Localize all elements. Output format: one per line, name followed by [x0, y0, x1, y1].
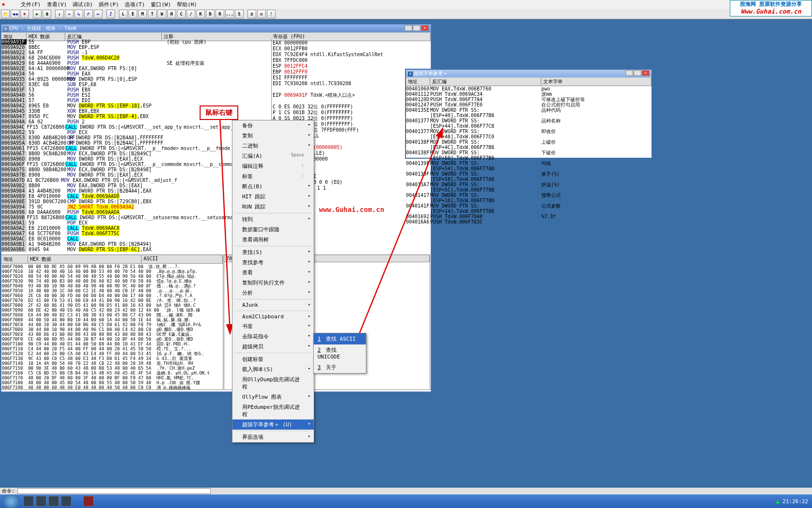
- taskbar-app-icon[interactable]: [48, 496, 59, 507]
- disasm-row[interactable]: 0069A95A830D ACB4B200 FFOR DWORD PTR DS:…: [1, 140, 271, 146]
- ref-minimize-icon[interactable]: ‒: [625, 70, 633, 76]
- disasm-row[interactable]: 0069A9A2E8 21010000CALL TdxW.0069AAC8: [1, 225, 271, 231]
- disasm-row[interactable]: 0069A93C83EC 68SUB ESP,68: [1, 82, 271, 87]
- ctx-分析[interactable]: 分析: [232, 288, 314, 298]
- disasm-row[interactable]: 0069A94056PUSH ESI: [1, 92, 271, 98]
- ref-row[interactable]: 00401377MOV DWORD PTR SS:[ESP+44],TdxW.0…: [406, 118, 652, 129]
- ctx-Asm2Clipboard[interactable]: Asm2Clipboard: [232, 312, 314, 321]
- ctx-查看调用树[interactable]: 查看调用树: [232, 235, 314, 245]
- command-input[interactable]: [17, 488, 211, 494]
- disasm-row[interactable]: 0069A9678B0D 9CB4B200MOV ECX,DWORD PTR D…: [1, 151, 271, 156]
- ctx-HIT 跟踪[interactable]: HIT 跟踪: [232, 192, 314, 202]
- ctx-标签[interactable]: 标签:: [232, 171, 314, 181]
- ref-row[interactable]: 004013A7MOV DWORD PTR SS:[ESP+5C],TdxW.0…: [406, 182, 652, 193]
- disasm-row[interactable]: 0069A9828B00MOV EAX,DWORD PTR DS:[EAX]: [1, 183, 271, 188]
- disasm-row[interactable]: 0069A961FF15 C4726B00CALL DWORD PTR DS:[…: [1, 146, 271, 151]
- disasm-row[interactable]: 0069A9B68945 94MOV DWORD PTR SS:[EBP-6C]…: [1, 247, 271, 252]
- ctx-转到[interactable]: 转到: [232, 214, 314, 224]
- sub-查找 UNICODE[interactable]: 2 查找 UNICODE: [314, 344, 366, 362]
- ctx-断点(B)[interactable]: 断点(B): [232, 181, 314, 192]
- tb-open-icon[interactable]: 📁: [1, 10, 10, 18]
- tb-win-c[interactable]: C: [177, 10, 186, 18]
- ctx-查看[interactable]: 查看: [232, 268, 314, 278]
- ref-row[interactable]: 0040135EMOV DWORD PTR SS:[ESP+40],TdxW.0…: [406, 107, 652, 118]
- ref-row[interactable]: 004016A6PUSH TdxW.006F783C: [406, 219, 652, 224]
- disasm-row[interactable]: 0069A9B1A1 94B4B200MOV EAX,DWORD PTR DS:…: [1, 241, 271, 247]
- disasm-row[interactable]: 0069A989E8 4F010000CALL TdxW.0069AADD: [1, 194, 271, 199]
- menu-close-icon[interactable]: ✖: [2, 1, 5, 8]
- tb-win-h[interactable]: H: [167, 10, 176, 18]
- sub-menu[interactable]: 1 查找 ASCII2 查找 UNICODE3 关于: [313, 333, 366, 374]
- menu-plugin[interactable]: 插件(P): [99, 1, 119, 8]
- tb-play-icon[interactable]: ▶: [33, 10, 42, 18]
- tb-win-m[interactable]: M: [138, 10, 147, 18]
- disasm-row[interactable]: 0069A95259POP ECX: [1, 130, 271, 135]
- tb-help-icon[interactable]: ?: [267, 10, 276, 18]
- ref-row[interactable]: 0040141FMOV DWORD PTR SS:[ESP+14],TdxW.0…: [406, 203, 652, 214]
- ctx-去除花指令[interactable]: 去除花指令: [232, 331, 314, 342]
- disasm-row[interactable]: 0069A9A159POP ECX: [1, 220, 271, 225]
- ctx-界面选项[interactable]: 界面选项: [232, 432, 314, 442]
- ctx-查找(S)[interactable]: 查找(S): [232, 247, 314, 257]
- sub-关于[interactable]: 3 关于: [314, 362, 366, 373]
- ctx-载入脚本(S)[interactable]: 载入脚本(S): [232, 364, 314, 374]
- ref-row[interactable]: 00401112PUSH TdxW.0069AC34滚mm: [406, 91, 652, 97]
- tb-win-r[interactable]: R: [216, 10, 224, 18]
- disasm-row[interactable]: 0069A98E391D B09C7200CMP DWORD PTR DS:[7…: [1, 199, 271, 204]
- ctx-书签[interactable]: 书签: [232, 321, 314, 331]
- disasm-row[interactable]: 0069A92968 A4AA6900PUSH SE 处理程序安装: [1, 60, 271, 66]
- menu-window[interactable]: 窗口(W): [151, 1, 171, 8]
- disasm-row[interactable]: 0069A94CFF15 C8726B00CALL DWORD PTR DS:[…: [1, 124, 271, 130]
- disasm-row[interactable]: 0069A94157PUSH EDI: [1, 98, 271, 103]
- disasm-row[interactable]: 0069A91F55PUSH EBP(初始 cpu 选择): [1, 39, 271, 45]
- ref-maximize-icon[interactable]: □: [634, 70, 641, 76]
- tb-win-e[interactable]: E: [129, 10, 137, 18]
- close-icon[interactable]: ✕: [421, 25, 429, 31]
- tb-rewind-icon[interactable]: ◀◀: [11, 10, 19, 18]
- disasm-row[interactable]: 0069A96FFF15 C0726B00CALL DWORD PTR DS:[…: [1, 162, 271, 167]
- tb-win-l[interactable]: L: [119, 10, 128, 18]
- taskbar-ie-icon[interactable]: [23, 496, 34, 507]
- ctx-编辑注释[interactable]: 编辑注释;: [232, 161, 314, 171]
- tb-list-icon[interactable]: ≡: [247, 10, 256, 18]
- ctx-汇编(A)[interactable]: 汇编(A)Space: [232, 151, 314, 161]
- ref-row[interactable]: 00401060MOV EAX,TdxW.006B7760pwo: [406, 86, 652, 91]
- ref-row[interactable]: 0040139FMOV DWORD PTR SS:[ESP+58],TdxW.0…: [406, 171, 652, 182]
- menu-help[interactable]: 帮助(H): [177, 1, 197, 8]
- disasm-row[interactable]: 0069A9226A FFPUSH -1: [1, 50, 271, 55]
- disasm-row[interactable]: 0069A93F53PUSH EBX: [1, 87, 271, 92]
- ctx-超级字串参考＋ (U)[interactable]: 超级字串参考＋ (U): [232, 419, 314, 430]
- disasm-row[interactable]: 0069A99475 0CJNZ SHORT TdxW.0069A9A2: [1, 204, 271, 209]
- disasm-row[interactable]: 0069A96D8908MOV DWORD PTR DS:[EAX],ECX: [1, 156, 271, 162]
- ctx-AJunk[interactable]: AJunk: [232, 300, 314, 310]
- start-button[interactable]: [2, 494, 20, 508]
- ctx-RUN 跟踪[interactable]: RUN 跟踪: [232, 202, 314, 212]
- tb-win-k[interactable]: K: [196, 10, 205, 18]
- ref-row[interactable]: 0040138FMOV DWORD PTR SS:[ESP+50],TdxW.0…: [406, 150, 652, 161]
- menu-view[interactable]: 查看(V): [47, 1, 67, 8]
- context-menu[interactable]: 备份复制二进制汇编(A)Space编辑注释;标签:断点(B)HIT 跟踪RUN …: [232, 120, 314, 443]
- disasm-row[interactable]: 0069A953830D A8B4B200 FFOR DWORD PTR DS:…: [1, 135, 271, 140]
- ref-row[interactable]: 00401417MOV DWORD PTR SS:[ESP+10],TdxW.0…: [406, 193, 652, 203]
- disasm-row[interactable]: 0069A99BFF15 B8726B00CALL DWORD PTR DS:[…: [1, 215, 271, 220]
- ctx-复制到可执行文件[interactable]: 复制到可执行文件: [232, 278, 314, 288]
- disasm-row[interactable]: 0069A9A768 5C776F00PUSH TdxW.006F775C: [1, 231, 271, 236]
- command-bar[interactable]: 命令:: [0, 488, 812, 494]
- dump-pane[interactable]: 地址 HEX 数据 ASCII 006F7000 00 00 00 BE A5 …: [1, 254, 223, 390]
- tb-win-w[interactable]: W: [158, 10, 166, 18]
- tb-retn-icon[interactable]: ⤴: [106, 10, 115, 18]
- disasm-row[interactable]: 0069A93564:8925 00000000MOV DWORD PTR FS…: [1, 76, 271, 82]
- disasm-row[interactable]: 0069A9ACE8 0C010000CALL: [1, 236, 271, 241]
- ctx-超级拷贝[interactable]: 超级拷贝: [232, 342, 314, 352]
- minimize-icon[interactable]: ‒: [405, 25, 412, 31]
- ctx-数据窗口中跟随[interactable]: 数据窗口中跟随: [232, 224, 314, 235]
- sub-查找 ASCII[interactable]: 1 查找 ASCII: [314, 333, 366, 344]
- disasm-row[interactable]: 0069A984A3 A4B4B200MOV DWORD PTR DS:[B2B…: [1, 188, 271, 194]
- ref-row[interactable]: 00401377MOV DWORD PTR SS:[ESP+48],TdxW.0…: [406, 129, 652, 139]
- disasm-row[interactable]: 0069A9208BECMOV EBP,ESP: [1, 45, 271, 50]
- ctx-OllyFlow 图表[interactable]: OllyFlow 图表: [232, 392, 314, 402]
- maximize-icon[interactable]: □: [413, 25, 420, 31]
- menu-file[interactable]: 文件(F): [21, 1, 41, 8]
- ctx-创建标签[interactable]: 创建标签: [232, 354, 314, 364]
- ctx-二进制[interactable]: 二进制: [232, 141, 314, 151]
